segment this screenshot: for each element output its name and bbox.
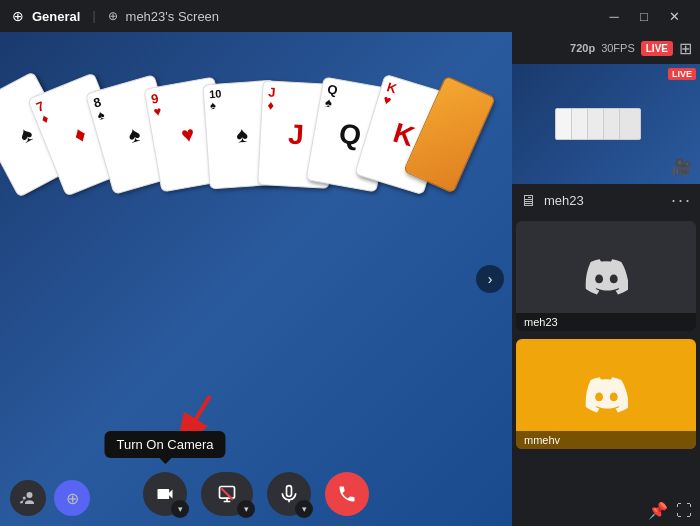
- window-controls: ─ □ ✕: [600, 5, 688, 27]
- left-controls: ⊕: [10, 480, 90, 516]
- expand-button[interactable]: ⛶: [676, 501, 692, 520]
- card-label: K♥: [382, 80, 399, 108]
- card-label: Q♠: [324, 83, 338, 110]
- card-label: 10♠: [209, 88, 223, 111]
- sidebar-footer: 📌 ⛶: [512, 495, 700, 526]
- add-user-icon: [19, 489, 37, 507]
- camera-button-wrapper: Turn On Camera ▾: [143, 472, 187, 516]
- stop-share-dropdown[interactable]: ▾: [237, 500, 255, 518]
- minimize-button[interactable]: ─: [600, 5, 628, 27]
- add-user-button[interactable]: [10, 480, 46, 516]
- discord-logo-1: [584, 254, 628, 298]
- close-button[interactable]: ✕: [660, 5, 688, 27]
- stop-share-button[interactable]: ▾: [201, 472, 253, 516]
- end-call-icon: [337, 484, 357, 504]
- grid-icon[interactable]: ⊞: [679, 39, 692, 58]
- user-card-meh23: meh23: [516, 221, 696, 331]
- card-label: 9♥: [150, 92, 162, 119]
- card-label: J♦: [267, 85, 276, 111]
- stop-share-icon: [217, 484, 237, 504]
- thumbnail-live-badge: LIVE: [668, 68, 696, 80]
- scroll-right-btn[interactable]: ›: [476, 265, 504, 293]
- maximize-button[interactable]: □: [630, 5, 658, 27]
- voice-channel-button[interactable]: ⊕: [54, 480, 90, 516]
- camera-button[interactable]: ▾: [143, 472, 187, 516]
- screen-share-label: meh23's Screen: [126, 9, 220, 24]
- pin-button[interactable]: 📌: [648, 501, 668, 520]
- game-display: 6♠ ♠ 7♦ ♦ 8♠ ♠ 9♥ ♥: [0, 32, 512, 526]
- screen-share-area: 6♠ ♠ 7♦ ♦ 8♠ ♠ 9♥ ♥: [0, 32, 512, 526]
- channel-name: General: [32, 9, 80, 24]
- call-controls: ⊕ Turn On Camera ▾: [0, 462, 512, 526]
- live-badge: LIVE: [641, 41, 673, 56]
- screen-thumbnail[interactable]: LIVE 🎥: [512, 64, 700, 184]
- thumbnail-camera-icon: 🎥: [672, 157, 692, 176]
- mic-dropdown[interactable]: ▾: [295, 500, 313, 518]
- user-card-2-name: mmehv: [516, 431, 696, 449]
- microphone-icon: [279, 484, 299, 504]
- user-card-mmehv: mmehv: [516, 339, 696, 449]
- discord-small-icon: ⊕: [108, 9, 118, 23]
- end-call-button[interactable]: [325, 472, 369, 516]
- camera-icon: [155, 484, 175, 504]
- discord-logo-2: [584, 372, 628, 416]
- more-options-button[interactable]: ···: [671, 190, 692, 211]
- mini-cards: [561, 108, 641, 140]
- discord-icon: ⊕: [12, 8, 24, 24]
- camera-dropdown[interactable]: ▾: [171, 500, 189, 518]
- mute-button[interactable]: ▾: [267, 472, 311, 516]
- right-sidebar: 720p 30FPS LIVE ⊞ LIVE 🎥 🖥 meh23: [512, 32, 700, 526]
- stream-header: 720p 30FPS LIVE ⊞: [512, 32, 700, 64]
- main-content: 6♠ ♠ 7♦ ♦ 8♠ ♠ 9♥ ♥: [0, 32, 700, 526]
- card-label: 7♦: [34, 99, 50, 126]
- cards-fan: 6♠ ♠ 7♦ ♦ 8♠ ♠ 9♥ ♥: [0, 52, 477, 187]
- card-label: 8♠: [92, 95, 106, 122]
- username-label: meh23: [544, 193, 663, 208]
- discord-btn-icon: ⊕: [66, 489, 79, 508]
- tooltip-arrow: [155, 391, 235, 471]
- monitor-icon: 🖥: [520, 192, 536, 210]
- user-row: 🖥 meh23 ···: [512, 184, 700, 217]
- svg-line-1: [175, 396, 210, 453]
- title-bar: ⊕ General | ⊕ meh23's Screen ─ □ ✕: [0, 0, 700, 32]
- mini-card-5: [619, 108, 641, 140]
- user-card-1-name: meh23: [516, 313, 696, 331]
- fps-badge: 30FPS: [601, 42, 635, 54]
- separator: |: [92, 9, 95, 23]
- quality-badge: 720p: [570, 42, 595, 54]
